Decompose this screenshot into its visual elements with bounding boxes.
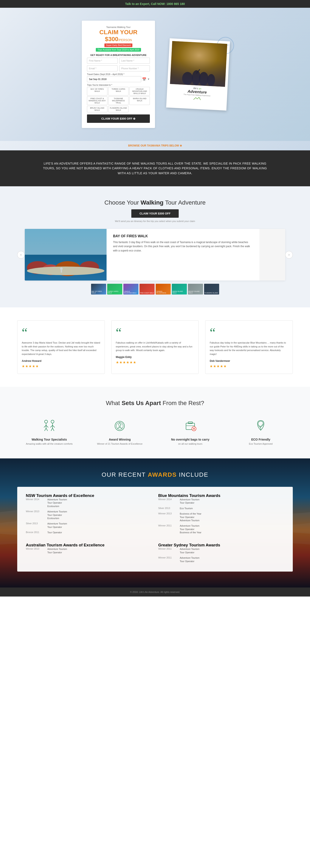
- testimonial-card: “ Awesome 3 day Maria Island Tour. Decla…: [17, 320, 105, 374]
- tour-thumb[interactable]: BAY OF FIRES WALK: [91, 284, 106, 294]
- award-row: Winner 2011 Adventure TourismTour Operat…: [158, 524, 284, 534]
- travel-dates-label: Travel Dates (Sept 2018 – April 2019) *: [87, 73, 150, 75]
- awards-card: NSW Tourism Awards of Excellence Winner …: [17, 487, 293, 571]
- tour-thumb[interactable]: FLINDERS ISLAND: [204, 284, 219, 294]
- first-name-input[interactable]: [87, 58, 117, 64]
- trip-option[interactable]: CRADLE MOUNTAIN AND WALLS WALK: [130, 87, 150, 95]
- thumb-label: THREE CAPES WALK: [108, 290, 122, 294]
- awards-col-title: Greater Sydney Tourism Awards: [158, 543, 284, 548]
- form-subtitle: Tasmania Walking Tour: [87, 26, 150, 28]
- top-bar: Talk to an Expert, Call NOW: 1800 865 18…: [0, 0, 310, 8]
- awards-col-title: NSW Tourism Awards of Excellence: [26, 493, 152, 498]
- trip-option[interactable]: THREE CAPES WALK: [108, 87, 129, 95]
- award-year: Winner 2013: [26, 510, 43, 520]
- trip-option[interactable]: BAY OF FIRES WALK: [87, 87, 107, 95]
- dropdown-arrow-icon[interactable]: ▼: [147, 78, 150, 81]
- tour-thumb[interactable]: TASMAN WILDERNESS: [156, 284, 171, 294]
- award-desc: Adventure TourismTour Operator: [180, 498, 200, 505]
- tour-description: This fantastic 3 day Bay of Fires walk o…: [113, 240, 253, 253]
- award-desc: Eco Tourism: [180, 507, 193, 510]
- tour-thumb[interactable]: MARIA ISLAND WALK: [172, 284, 187, 294]
- trip-option[interactable]: MARIA ISLAND WALK: [130, 96, 150, 105]
- form-card: Tasmania Walking Tour CLAIM YOUR $300/PE…: [82, 21, 155, 128]
- trips-grid: BAY OF FIRES WALKTHREE CAPES WALKCRADLE …: [87, 87, 150, 112]
- thumb-label: PINE COAST WALK: [140, 292, 154, 294]
- trip-option[interactable]: PINE COAST & WINDEGLASS BAY WALK: [87, 96, 107, 105]
- calendar-icon[interactable]: 📅: [142, 77, 146, 81]
- email-input[interactable]: [87, 65, 117, 71]
- awards-bold: AWARDS: [148, 471, 177, 478]
- testimonial-text: Fabulous day today in the spectacular Bl…: [210, 341, 288, 356]
- phone-input[interactable]: [119, 65, 150, 71]
- carousel-prev[interactable]: ‹: [17, 251, 25, 258]
- itinerary-note: We'll send you an itinerary for the trip…: [17, 220, 293, 222]
- trip-option[interactable]: FLINDERS ISLAND WALK: [108, 106, 129, 112]
- walking-heading-bold: Walking: [141, 199, 163, 206]
- trip-option[interactable]: TASMANE WILDERNESS TRAIL: [108, 96, 129, 105]
- award-desc: Adventure TourismTour OperatorEcotourism: [47, 510, 67, 520]
- tour-thumb[interactable]: CRADLE MOUNTAIN WALK: [123, 284, 138, 294]
- walking-section: Choose Your Walking Tour Adventure CLAIM…: [0, 186, 310, 307]
- testimonial-card: “ Fabulous day today in the spectacular …: [205, 320, 293, 374]
- award-desc: Adventure TourismTour OperatorBusiness o…: [180, 524, 201, 534]
- hero-section: Tasmania Walking Tour CLAIM YOUR $300/PE…: [0, 8, 310, 141]
- walking-heading-rest: Tour Adventure: [163, 199, 205, 206]
- testimonial-text: Awesome 3 day Maria Island Tour. Declan …: [22, 341, 100, 356]
- carousel-next[interactable]: ›: [285, 251, 293, 258]
- svg-line-23: [50, 425, 53, 428]
- award-year: Winner 2011: [158, 548, 175, 554]
- travel-date-input[interactable]: [87, 76, 141, 82]
- awards-column: NSW Tourism Awards of Excellence Winner …: [26, 493, 152, 536]
- award-year: Winner 2013: [26, 548, 43, 554]
- thumb-label: BAY OF FIRES WALK: [92, 290, 106, 294]
- form-title: CLAIM YOUR $300/PERSON: [87, 29, 150, 42]
- get-ready-text: GET READY FOR A BREATHTAKING ADVENTURE: [87, 54, 150, 56]
- award-row: Winner 2011 Adventure TourismTour Operat…: [158, 548, 284, 554]
- people-icon: [41, 417, 58, 435]
- awards-section: OUR RECENT AWARDS INCLUDE NSW Tourism Aw…: [0, 458, 310, 588]
- tour-thumb[interactable]: PINE COAST WALK: [140, 284, 154, 294]
- tour-main: BAY OF FIRES WALK This fantastic 3 day B…: [25, 229, 285, 280]
- name-row: [87, 58, 150, 64]
- award-year: Winner 2011: [158, 524, 175, 534]
- award-icon: [111, 417, 128, 435]
- trip-option[interactable]: BRUNY ISLAND WALK: [87, 106, 107, 112]
- bag-icon: [182, 417, 199, 435]
- claim-button[interactable]: CLAIM YOUR $300 OFF ⊕: [87, 115, 150, 123]
- award-year: Silver 2013: [158, 507, 175, 510]
- testimonial-card: “ Fabulous walking on offer in Litchfiel…: [111, 320, 199, 374]
- browse-link[interactable]: BROWSE OUR TASMANIA TRIPS BELOW ⊕: [128, 144, 182, 147]
- feature-title: Walking Tour Specialists: [17, 438, 81, 441]
- tour-thumb[interactable]: THREE CAPES WALK: [107, 284, 122, 294]
- award-desc: Adventure TourismTour OperatorEcotourism: [47, 498, 67, 508]
- svg-line-26: [53, 428, 54, 431]
- sets-apart-rest: From the Rest?: [161, 400, 204, 406]
- last-name-input[interactable]: [119, 58, 150, 64]
- tour-image: [25, 229, 107, 280]
- features-grid: Walking Tour Specialists Amazing walks w…: [17, 417, 293, 445]
- svg-line-17: [44, 425, 46, 428]
- walking-claim-button[interactable]: CLAIM YOUR $300 OFF: [131, 209, 179, 218]
- testimonial-author: Deb Vandermeer: [210, 360, 288, 363]
- award-row: Winner 2013 Adventure TourismTour Operat…: [26, 548, 152, 554]
- feature-desc: on all our walking tours: [158, 442, 222, 445]
- sets-apart-plain: What: [106, 400, 122, 406]
- awards-col-title: Blue Mountains Tourism Awards: [158, 493, 284, 498]
- awards-content: OUR RECENT AWARDS INCLUDE NSW Tourism Aw…: [0, 458, 310, 585]
- tour-thumb[interactable]: BRUNY ISLAND WALK: [188, 284, 203, 294]
- award-year: Winner 2013: [158, 512, 175, 522]
- tour-name: BAY OF FIRES WALK: [113, 234, 253, 238]
- thumb-label: MARIA ISLAND WALK: [172, 290, 186, 294]
- thumb-label: FLINDERS ISLAND: [205, 292, 218, 294]
- svg-line-18: [46, 425, 48, 428]
- feature-title: No overnight bags to carry: [158, 438, 222, 441]
- testimonial-stars: ★★★★★★: [116, 360, 194, 364]
- footer: © 2018. Life's An Adventure. All rights …: [0, 588, 310, 596]
- testimonial-stars: ★★★★★: [210, 364, 288, 368]
- award-desc: Adventure TourismTour Operator: [180, 548, 200, 554]
- award-desc: Tour Operator: [47, 531, 62, 534]
- feature-desc: Eco Tourism Approved: [229, 442, 293, 445]
- svg-point-28: [116, 423, 123, 429]
- testimonial-stars: ★★★★★: [22, 364, 100, 368]
- tour-info: BAY OF FIRES WALK This fantastic 3 day B…: [107, 229, 259, 280]
